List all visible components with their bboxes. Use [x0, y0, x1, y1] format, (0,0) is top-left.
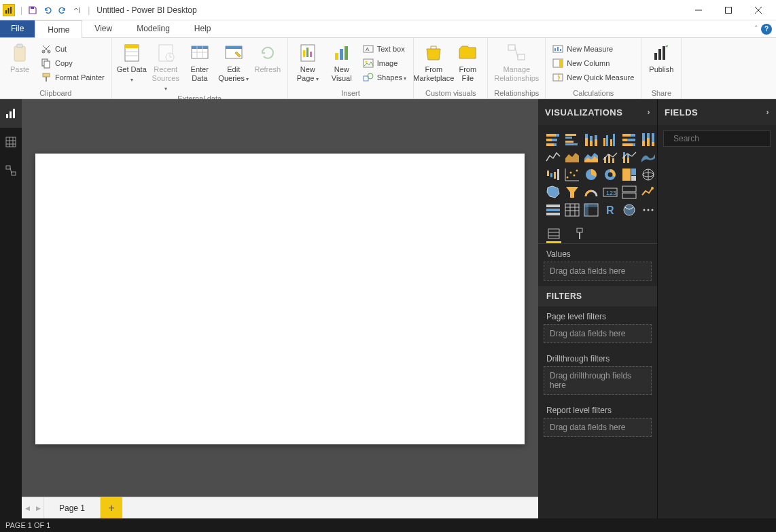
text-box-button[interactable]: AText box [359, 42, 411, 56]
viz-area[interactable] [564, 149, 580, 164]
new-page-icon [297, 42, 319, 64]
recent-sources-button[interactable]: Recent Sources [149, 39, 183, 93]
viz-ribbon[interactable] [640, 149, 656, 164]
publish-button[interactable]: Publish [644, 39, 678, 74]
drillthrough-well[interactable]: Drag drillthrough fields here [544, 366, 652, 395]
fields-header[interactable]: FIELDS› [658, 99, 776, 125]
new-measure-button[interactable]: New Measure [548, 42, 638, 56]
tab-modeling[interactable]: Modeling [124, 20, 182, 37]
data-view-button[interactable] [0, 128, 22, 156]
viz-stacked-100-column[interactable] [640, 132, 656, 147]
copy-button[interactable]: Copy [37, 56, 109, 70]
svg-rect-120 [631, 176, 636, 181]
enter-data-button[interactable]: Enter Data [183, 39, 217, 83]
tab-home[interactable]: Home [35, 20, 82, 38]
group-custom-visuals: From Marketplace From File Custom visual… [414, 38, 488, 99]
svg-rect-52 [654, 53, 657, 60]
status-text: PAGE 1 OF 1 [5, 521, 50, 529]
viz-multi-row-card[interactable] [621, 185, 637, 200]
page-tab-1[interactable]: Page 1 [43, 497, 101, 518]
save-button[interactable] [25, 3, 40, 18]
viz-table[interactable] [564, 202, 580, 217]
viz-stacked-bar[interactable] [545, 132, 561, 147]
new-quick-measure-button[interactable]: New Quick Measure [548, 71, 638, 84]
fields-tab[interactable] [546, 226, 561, 243]
close-button[interactable] [743, 1, 773, 20]
undo-button[interactable] [40, 3, 55, 18]
image-button[interactable]: Image [359, 56, 411, 70]
report-filters-well[interactable]: Drag data fields here [544, 418, 652, 437]
tab-file[interactable]: File [0, 20, 35, 37]
viz-arcgis[interactable] [621, 202, 637, 217]
report-canvas[interactable] [35, 154, 525, 444]
page-prev-button[interactable]: ◀ [22, 497, 33, 518]
svg-rect-48 [560, 49, 561, 51]
get-data-button[interactable]: Get Data [115, 39, 149, 84]
viz-slicer[interactable] [545, 202, 561, 217]
new-visual-icon [331, 42, 353, 64]
viz-card[interactable]: 123 [602, 185, 618, 200]
viz-scatter[interactable] [564, 167, 580, 182]
viz-waterfall[interactable] [545, 167, 561, 182]
viz-stacked-100-bar[interactable] [621, 132, 637, 147]
manage-relationships-button[interactable]: Manage Relationships [491, 39, 542, 83]
help-icon[interactable]: ? [761, 24, 772, 35]
viz-map[interactable] [640, 167, 656, 182]
viz-line-stacked[interactable] [621, 149, 637, 164]
new-page-button[interactable]: New Page [291, 39, 325, 84]
visualizations-header[interactable]: VISUALIZATIONS› [538, 99, 657, 125]
svg-rect-8 [14, 46, 25, 61]
add-page-button[interactable]: + [101, 497, 122, 518]
from-file-button[interactable]: From File [451, 39, 484, 83]
viz-pie[interactable] [583, 167, 599, 182]
page-next-button[interactable]: ▶ [33, 497, 43, 518]
viz-line-clustered[interactable] [602, 149, 618, 164]
viz-line[interactable] [545, 149, 561, 164]
svg-rect-103 [627, 158, 629, 163]
svg-rect-119 [631, 169, 636, 175]
from-marketplace-button[interactable]: From Marketplace [417, 39, 451, 83]
viz-stacked-area[interactable] [583, 149, 599, 164]
refresh-button[interactable]: Refresh [251, 39, 285, 74]
redo-button[interactable] [55, 3, 70, 18]
canvas-scroll[interactable] [22, 99, 538, 497]
report-view-button[interactable] [0, 99, 22, 128]
viz-filled-map[interactable] [545, 185, 561, 200]
svg-rect-2 [10, 7, 12, 14]
format-painter-button[interactable]: Format Painter [37, 71, 109, 84]
model-view-button[interactable] [0, 156, 22, 185]
viz-clustered-bar[interactable] [564, 132, 580, 147]
viz-donut[interactable] [602, 167, 618, 182]
collapse-ribbon-icon[interactable]: ˄ [754, 24, 758, 33]
viz-kpi[interactable] [640, 185, 656, 200]
marketplace-icon [423, 42, 444, 64]
cut-button[interactable]: Cut [37, 42, 109, 56]
svg-rect-70 [546, 143, 554, 146]
page-filters-well[interactable]: Drag data fields here [544, 324, 652, 343]
viz-stacked-column[interactable] [583, 132, 599, 147]
maximize-button[interactable] [713, 1, 743, 20]
new-column-button[interactable]: New Column [548, 56, 638, 70]
viz-funnel[interactable] [564, 185, 580, 200]
viz-r-visual[interactable]: R [602, 202, 618, 217]
tab-view[interactable]: View [82, 20, 124, 37]
minimize-button[interactable] [684, 1, 713, 20]
viz-more[interactable] [640, 202, 656, 217]
viz-matrix[interactable] [583, 202, 599, 217]
fields-search[interactable] [663, 130, 771, 147]
search-input[interactable] [673, 134, 775, 143]
shapes-button[interactable]: Shapes [359, 71, 411, 84]
tab-help[interactable]: Help [182, 20, 224, 37]
qat-customize[interactable] [70, 3, 85, 18]
viz-treemap[interactable] [621, 167, 637, 182]
format-tab[interactable] [572, 226, 587, 243]
clipboard-icon [9, 42, 31, 64]
values-well[interactable]: Drag data fields here [544, 262, 652, 281]
new-visual-button[interactable]: New Visual [325, 39, 359, 83]
svg-rect-129 [546, 205, 560, 207]
paste-button[interactable]: Paste [3, 39, 37, 74]
svg-rect-14 [43, 73, 50, 77]
viz-clustered-column[interactable] [602, 132, 618, 147]
viz-gauge[interactable] [583, 185, 599, 200]
edit-queries-button[interactable]: Edit Queries [217, 39, 251, 84]
